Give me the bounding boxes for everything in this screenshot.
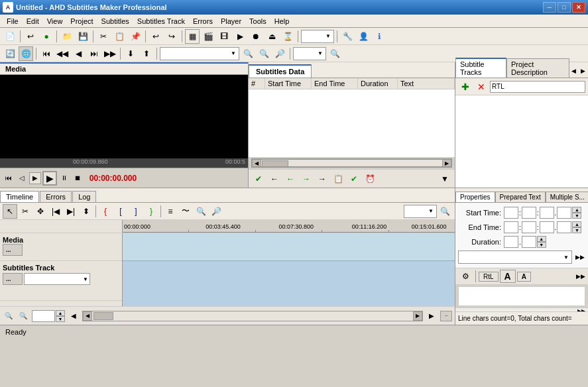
track-remove[interactable]: ✕ (474, 80, 489, 94)
sub-next[interactable]: → (315, 172, 329, 186)
start-spin-down[interactable]: ▼ (572, 213, 581, 219)
tb2-search[interactable]: 🔍 (327, 46, 342, 61)
tb2-prev[interactable]: ◀◀ (55, 46, 70, 61)
maximize-button[interactable]: □ (558, 2, 571, 13)
start-m[interactable]: 0 (522, 207, 536, 219)
sub-track-dropdown[interactable]: ▼ (24, 273, 90, 285)
tl-to-end[interactable]: ▶| (64, 204, 78, 219)
tl-combo[interactable]: ▼ (404, 205, 437, 218)
tb2-combo[interactable]: ▼ (160, 47, 239, 60)
end-spin-up[interactable]: ▲ (572, 221, 581, 227)
sub-next-green[interactable]: → (299, 172, 314, 186)
tl-zoom-plus[interactable]: 🔍 (17, 310, 29, 322)
tb2-up[interactable]: ⬆ (139, 46, 154, 61)
menu-help[interactable]: Help (270, 16, 294, 27)
tb-btn-16[interactable]: ⏏ (265, 29, 279, 44)
tb-info[interactable]: ℹ (372, 29, 386, 44)
menu-errors[interactable]: Errors (189, 16, 217, 27)
track-name-input[interactable] (490, 81, 585, 93)
tl-zoom-in[interactable]: 🔍 (194, 204, 208, 219)
tb2-rew[interactable]: ◀ (71, 46, 86, 61)
tb-btn-7[interactable]: 📋 (112, 29, 127, 44)
tracks-nav-next[interactable]: ▶ (579, 64, 588, 78)
close-button[interactable]: ✕ (572, 2, 585, 13)
tab-errors[interactable]: Errors (40, 191, 72, 202)
tb2-zoom[interactable]: 🔍 (241, 46, 255, 61)
tl-bracket-r[interactable]: [ (113, 204, 128, 219)
subtitle-tracks-tab[interactable]: Subtitle Tracks (455, 58, 506, 78)
zoom-down[interactable]: ▼ (56, 316, 65, 322)
end-m[interactable]: 0 (522, 221, 536, 233)
tl-expand[interactable]: ⬍ (79, 204, 93, 219)
minimize-button[interactable]: ─ (543, 2, 556, 13)
tab-log[interactable]: Log (72, 191, 96, 202)
sub-scrollbar-h[interactable]: ◀ ▶ (251, 158, 452, 168)
props-settings[interactable]: ⚙ (458, 269, 473, 284)
tl-to-start[interactable]: |◀ (48, 204, 63, 219)
sub-prev[interactable]: ← (267, 172, 282, 186)
vc-prev-frame[interactable]: ◁ (16, 172, 28, 184)
menu-subtitles[interactable]: Subtitles (97, 16, 133, 27)
track-add[interactable]: ✚ (458, 80, 473, 94)
tb-btn-11[interactable]: ▦ (185, 29, 200, 44)
tb-btn-6[interactable]: ✂ (96, 29, 111, 44)
timeline-scrollbar[interactable]: ◀ ▶ (82, 311, 423, 321)
end-spin-down[interactable]: ▼ (572, 227, 581, 233)
tl-next-page[interactable]: ▶ (426, 310, 438, 322)
tl-prev-page[interactable]: ◀ (68, 310, 80, 322)
tb-wand[interactable]: 🔧 (340, 29, 355, 44)
zoom-up[interactable]: ▲ (56, 310, 65, 316)
tab-properties[interactable]: Properties (455, 192, 495, 202)
tl-wave[interactable]: 〜 (178, 204, 193, 219)
vc-pause[interactable]: ⏸ (58, 172, 70, 184)
tl-bracket-rclose[interactable]: } (144, 204, 158, 219)
menu-tools[interactable]: Tools (245, 16, 270, 27)
dur-spin-up[interactable]: ▲ (537, 236, 546, 242)
vc-stop[interactable]: ⏹ (72, 172, 84, 184)
props-expand-btn[interactable]: ▶▶ (576, 273, 585, 280)
tl-list[interactable]: ≡ (163, 204, 178, 219)
tb-btn-5[interactable]: 💾 (76, 29, 90, 44)
tb2-1[interactable]: 🔄 (3, 46, 17, 61)
menu-view[interactable]: View (43, 16, 67, 27)
tb2-to-start[interactable]: ⏭ (87, 46, 101, 61)
sub-accept[interactable]: ✔ (251, 172, 266, 186)
tb2-zoomn[interactable]: 🔎 (272, 46, 287, 61)
start-spin-up[interactable]: ▲ (572, 207, 581, 213)
tab-prepared-text[interactable]: Prepared Text (495, 192, 546, 202)
project-desc-tab[interactable]: Project Description (506, 58, 569, 78)
sub-clock[interactable]: ⏰ (363, 172, 377, 186)
subtitles-data-tab[interactable]: Subtitles Data (249, 64, 312, 78)
start-s[interactable]: 0 (540, 207, 554, 219)
tb-combo-1[interactable]: ▼ (301, 30, 334, 43)
dur-s[interactable]: 0 (504, 236, 518, 248)
sub-copy[interactable]: 📋 (331, 172, 345, 186)
tb2-fwd[interactable]: ▶▶ (103, 46, 117, 61)
sub-check[interactable]: ✔ (347, 172, 361, 186)
menu-subtitles-track[interactable]: Subtitles Track (133, 16, 189, 27)
tb-btn-2[interactable]: ↩ (23, 29, 38, 44)
new-button[interactable]: 📄 (3, 29, 17, 44)
tl-zoom-minus[interactable]: 🔍 (3, 310, 15, 322)
menu-project[interactable]: Project (66, 16, 97, 27)
end-h[interactable]: 0 (504, 221, 518, 233)
start-h[interactable]: 0 (504, 207, 518, 219)
tb-btn-14[interactable]: ▶ (233, 29, 247, 44)
vc-to-start[interactable]: ⏮ (3, 172, 15, 184)
end-ms[interactable]: 0 (557, 221, 571, 233)
tb-btn-15[interactable]: ⏺ (249, 29, 263, 44)
sub-prev-green[interactable]: ← (283, 172, 298, 186)
tl-vscroll[interactable]: ⏤ (440, 311, 452, 321)
vc-play-small[interactable]: ▶ (29, 172, 41, 184)
tb2-down[interactable]: ⬇ (123, 46, 138, 61)
tb-btn-12[interactable]: 🎬 (201, 29, 215, 44)
tl-cut[interactable]: ✂ (18, 204, 32, 219)
tl-select[interactable]: ↖ (3, 204, 17, 219)
dur-ms[interactable]: 0 (522, 236, 536, 248)
tb-btn-17[interactable]: ⌛ (280, 29, 295, 44)
media-track-btn[interactable]: ... (3, 244, 23, 256)
props-expand[interactable]: ▶▶ (575, 250, 585, 264)
tb-btn-13[interactable]: 🎞 (217, 29, 231, 44)
sub-scroll-btn[interactable]: ▼ (438, 172, 452, 186)
menu-file[interactable]: File (3, 16, 23, 27)
